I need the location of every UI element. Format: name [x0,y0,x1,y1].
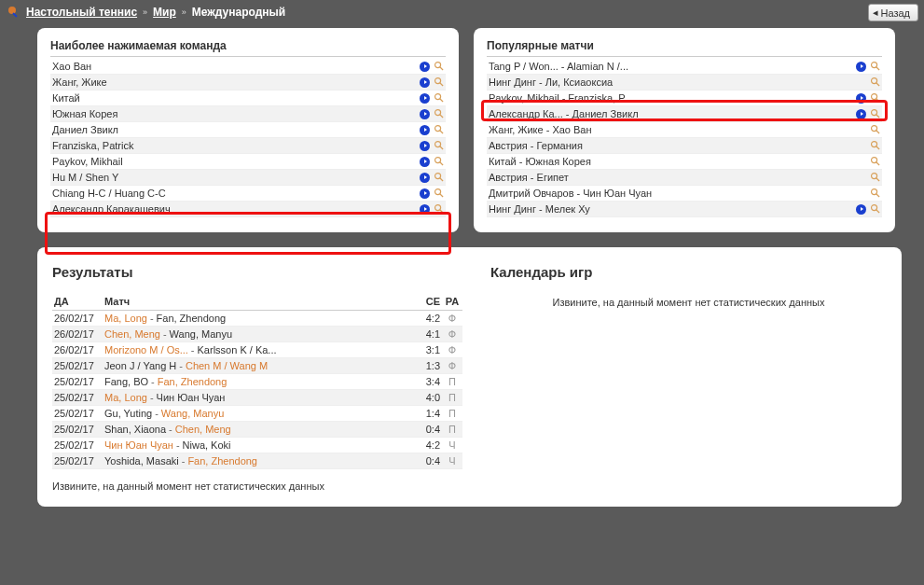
play-dot-icon[interactable] [420,188,430,199]
magnifier-icon[interactable] [870,92,880,104]
table-row[interactable]: 25/02/17Ma, Long-Чин Юан Чуан4:0П [52,390,462,406]
magnifier-icon[interactable] [434,108,444,120]
magnifier-icon[interactable] [434,156,444,168]
player-link[interactable]: Shan, Xiaona [104,424,166,435]
play-dot-icon[interactable] [420,204,430,215]
magnifier-icon[interactable] [434,188,444,200]
table-row[interactable]: 25/02/17Fang, BO-Fan, Zhendong3:4П [52,374,462,390]
team-list: Хао ВанЖанг, ЖикеКитайЮжная КореяДаниел … [50,59,446,217]
magnifier-icon[interactable] [434,203,444,216]
play-dot-icon[interactable] [420,109,430,119]
play-dot-icon[interactable] [856,62,866,72]
play-dot-icon[interactable] [420,125,430,135]
list-item[interactable]: Хао Ван [50,59,446,75]
list-item[interactable]: Жанг, Жике - Хао Ван [487,122,882,138]
list-item[interactable]: Жанг, Жике [50,75,446,91]
player-link[interactable]: Wang, Manyu [161,408,224,419]
player-link[interactable]: Fan, Zhendong [187,455,257,467]
play-dot-icon[interactable] [420,173,430,183]
list-item[interactable]: Александр Каракашевич [50,202,446,217]
magnifier-icon[interactable] [870,188,880,200]
list-item[interactable]: Китай [50,91,446,106]
col-date[interactable]: ДА [52,293,103,311]
magnifier-icon[interactable] [870,203,880,216]
list-item[interactable]: Franziska, Patrick [50,138,446,154]
col-se[interactable]: СЕ [416,293,442,311]
list-item[interactable]: Нинг Динг - Ли, Ксиаоксиа [487,75,882,91]
magnifier-icon[interactable] [870,124,880,136]
list-item[interactable]: Hu M / Shen Y [50,170,446,186]
player-link[interactable]: Jeon J / Yang H [104,360,176,371]
play-dot-icon[interactable] [856,109,866,119]
magnifier-icon[interactable] [870,108,880,120]
magnifier-icon[interactable] [434,61,444,73]
magnifier-icon[interactable] [870,156,880,168]
magnifier-icon[interactable] [434,124,444,136]
svg-point-32 [872,141,877,146]
play-dot-icon[interactable] [420,77,430,88]
table-row[interactable]: 25/02/17Yoshida, Masaki-Fan, Zhendong0:4… [52,453,462,469]
list-item[interactable]: Paykov, Mikhail - Franziska, P... [487,91,882,106]
play-dot-icon[interactable] [420,62,430,72]
table-row[interactable]: 26/02/17Morizono M / Os...-Karlsson K / … [52,342,462,358]
play-dot-icon[interactable] [856,93,866,104]
cell-round: П [442,390,462,406]
cell-round: Ф [442,358,462,374]
row-icons [856,108,880,120]
list-item[interactable]: Chiang H-C / Huang C-C [50,186,446,202]
player-link[interactable]: Чин Юан Чуан [104,439,173,451]
table-row[interactable]: 25/02/17Gu, Yuting-Wang, Manyu1:4П [52,406,462,422]
magnifier-icon[interactable] [870,172,880,184]
panel-popular-matches: Популярные матчи Tang P / Won... - Alami… [474,28,895,232]
player-link[interactable]: Fan, Zhendong [158,376,228,387]
magnifier-icon[interactable] [870,77,880,89]
list-item[interactable]: Даниел Звикл [50,122,446,138]
table-row[interactable]: 26/02/17Ma, Long-Fan, Zhendong4:2Ф [52,311,462,327]
player-link[interactable]: Ma, Long [104,392,147,403]
list-item[interactable]: Австрия - Германия [487,138,882,154]
list-item[interactable]: Нинг Динг - Мелек Ху [487,202,882,217]
list-item[interactable]: Paykov, Mikhail [50,154,446,170]
breadcrumb-region[interactable]: Мир [153,6,176,19]
col-ra[interactable]: РА [442,293,462,311]
play-dot-icon[interactable] [420,93,430,104]
magnifier-icon[interactable] [870,140,880,152]
player-link[interactable]: Чин Юан Чуан [157,392,226,403]
player-link[interactable]: Chen, Meng [175,424,231,435]
magnifier-icon[interactable] [434,92,444,104]
player-link[interactable]: Morizono M / Os... [104,344,188,355]
table-row[interactable]: 25/02/17Jeon J / Yang H-Chen M / Wang M1… [52,358,462,374]
player-link[interactable]: Fang, BO [104,376,148,387]
list-item[interactable]: Tang P / Won... - Alamian N /... [487,59,882,75]
play-dot-icon[interactable] [420,141,430,151]
table-row[interactable]: 26/02/17Chen, Meng-Wang, Manyu4:1Ф [52,327,462,342]
player-link[interactable]: Ma, Long [104,313,147,324]
table-row[interactable]: 25/02/17Shan, Xiaona-Chen, Meng0:4П [52,422,462,438]
list-item[interactable]: Китай - Южная Корея [487,154,882,170]
list-item[interactable]: Александр Ка... - Даниел Звикл [487,106,882,122]
svg-point-16 [435,173,441,178]
player-link[interactable]: Yoshida, Masaki [104,455,179,467]
list-item[interactable]: Австрия - Египет [487,170,882,186]
player-link[interactable]: Karlsson K / Ka... [198,344,277,355]
magnifier-icon[interactable] [434,77,444,89]
list-item[interactable]: Дмитрий Овчаров - Чин Юан Чуан [487,186,882,202]
calendar-column: Календарь игр Извините, на данный момент… [490,264,887,492]
col-match[interactable]: Матч [103,293,416,311]
player-link[interactable]: Chen, Meng [104,328,160,340]
play-dot-icon[interactable] [856,204,866,215]
breadcrumb-sport[interactable]: Настольный теннис [26,6,137,19]
magnifier-icon[interactable] [434,140,444,152]
player-link[interactable]: Gu, Yuting [104,408,152,419]
player-link[interactable]: Niwa, Koki [183,439,231,451]
player-link[interactable]: Wang, Manyu [170,328,232,340]
player-link[interactable]: Chen M / Wang M [186,360,268,371]
back-button[interactable]: ◂ Назад [868,4,918,21]
play-dot-icon[interactable] [420,157,430,167]
magnifier-icon[interactable] [870,61,880,73]
calendar-title: Календарь игр [490,264,887,280]
list-item[interactable]: Южная Корея [50,106,446,122]
player-link[interactable]: Fan, Zhendong [157,313,227,324]
magnifier-icon[interactable] [434,172,444,184]
table-row[interactable]: 25/02/17Чин Юан Чуан-Niwa, Koki4:2Ч [52,438,462,453]
